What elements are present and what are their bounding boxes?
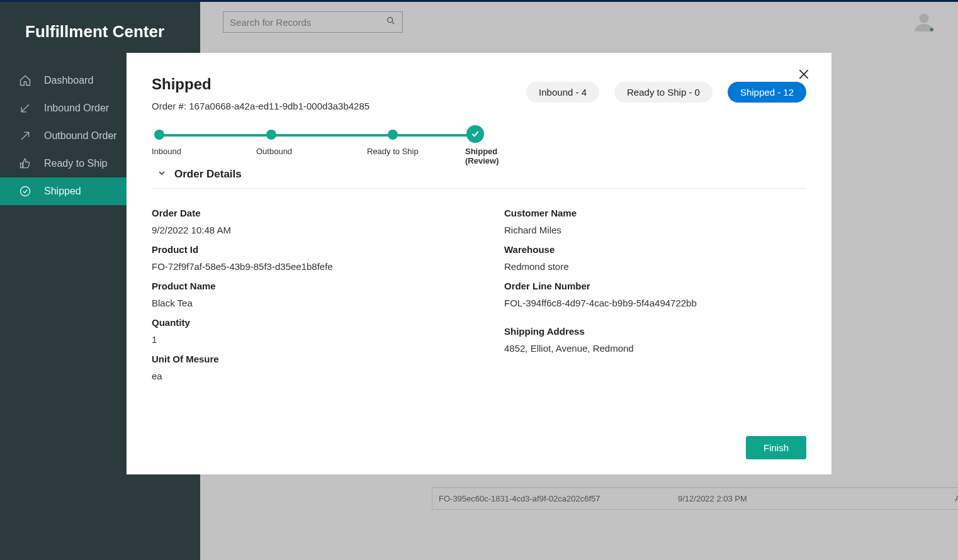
pill-inbound[interactable]: Inbound - 4: [526, 82, 599, 103]
step-label: Outbound: [256, 147, 292, 156]
arrow-up-right-icon: [18, 128, 33, 143]
sidebar-item-label: Outbound Order: [44, 130, 117, 142]
step-label: Ready to Ship: [367, 147, 419, 156]
oln-label: Order Line Number: [504, 281, 806, 291]
quantity-value: 1: [152, 334, 454, 345]
chevron-down-icon: [157, 168, 167, 181]
sidebar-item-label: Dashboard: [44, 75, 93, 86]
oln-value: FOL-394ff6c8-4d97-4cac-b9b9-5f4a494722bb: [504, 298, 806, 308]
customer-label: Customer Name: [504, 208, 806, 218]
step-dot-inbound: [154, 130, 164, 140]
step-dot-outbound: [266, 130, 276, 140]
finish-button[interactable]: Finish: [746, 436, 806, 459]
step-dot-ready: [388, 130, 398, 140]
order-date-label: Order Date: [152, 208, 454, 218]
home-icon: [18, 73, 33, 88]
product-name-value: Black Tea: [152, 298, 454, 308]
step-label: Inbound: [152, 147, 181, 156]
sidebar-item-label: Inbound Order: [44, 103, 109, 114]
product-id-value: FO-72f9f7af-58e5-43b9-85f3-d35ee1b8fefe: [152, 261, 454, 272]
svg-point-0: [21, 187, 30, 196]
pill-shipped[interactable]: Shipped - 12: [728, 82, 806, 103]
order-number: Order #: 167a0668-a42a-ed11-9db1-000d3a3…: [152, 101, 369, 111]
address-value: 4852, Elliot, Avenue, Redmond: [504, 343, 806, 354]
order-date-value: 9/2/2022 10:48 AM: [152, 225, 454, 235]
sidebar-item-label: Shipped: [44, 186, 81, 197]
uom-value: ea: [152, 371, 454, 381]
sidebar-item-label: Ready to Ship: [44, 158, 108, 169]
pill-ready[interactable]: Ready to Ship - 0: [614, 82, 713, 103]
details-right-column: Customer Name Richard Miles Warehouse Re…: [454, 199, 806, 381]
product-name-label: Product Name: [152, 281, 454, 291]
close-icon[interactable]: [797, 68, 813, 83]
customer-value: Richard Miles: [504, 225, 806, 235]
uom-label: Unit Of Mesure: [152, 354, 454, 364]
warehouse-value: Redmond store: [504, 261, 806, 272]
filter-pills: Inbound - 4 Ready to Ship - 0 Shipped - …: [526, 82, 806, 103]
thumbs-up-icon: [18, 156, 33, 171]
app-title: Fulfillment Center: [0, 2, 200, 42]
details-left-column: Order Date 9/2/2022 10:48 AM Product Id …: [152, 199, 454, 381]
address-label: Shipping Address: [504, 326, 806, 337]
order-details-toggle[interactable]: Order Details: [152, 168, 806, 189]
warehouse-label: Warehouse: [504, 244, 806, 255]
progress-stepper: Inbound Outbound Ready to Ship Shipped (…: [152, 129, 529, 160]
details-title: Order Details: [174, 168, 242, 181]
step-label: Shipped (Review): [465, 147, 529, 165]
arrow-down-left-icon: [18, 101, 33, 116]
step-check-shipped: [466, 125, 484, 143]
quantity-label: Quantity: [152, 317, 454, 328]
modal: Shipped Order #: 167a0668-a42a-ed11-9db1…: [127, 53, 831, 474]
product-id-label: Product Id: [152, 244, 454, 255]
modal-title: Shipped: [152, 76, 369, 93]
check-circle-icon: [18, 184, 33, 199]
